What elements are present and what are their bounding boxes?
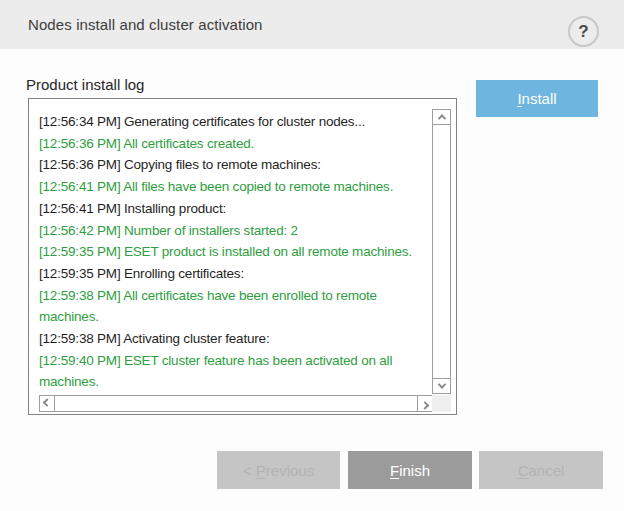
finish-button[interactable]: Finish <box>348 451 472 489</box>
chevron-up-icon <box>437 114 445 122</box>
chevron-down-icon <box>437 380 445 388</box>
log-line: machines. <box>39 306 432 328</box>
log-line: [12:59:35 PM] Enrolling certificates: <box>39 263 432 285</box>
install-button[interactable]: Install <box>476 80 598 117</box>
scrollbar-corner <box>432 395 451 412</box>
product-install-log-label: Product install log <box>26 76 144 93</box>
product-install-log-box[interactable]: [12:56:34 PM] Generating certificates fo… <box>28 98 457 415</box>
log-line: [12:59:40 PM] ESET cluster feature has b… <box>39 350 432 372</box>
horizontal-scrollbar-track[interactable] <box>55 396 417 411</box>
chevron-right-icon <box>421 401 429 409</box>
dialog-header: Nodes install and cluster activation <box>0 0 624 49</box>
log-line: [12:56:36 PM] Copying files to remote ma… <box>39 154 432 176</box>
log-line: [12:56:41 PM] Installing product: <box>39 198 432 220</box>
help-button[interactable]: ? <box>568 16 599 47</box>
log-line: [12:56:42 PM] Number of installers start… <box>39 220 432 242</box>
log-line: [12:59:38 PM] All certificates have been… <box>39 285 432 307</box>
cancel-button: Cancel <box>479 451 603 489</box>
log-line: [12:56:36 PM] All certificates created. <box>39 133 432 155</box>
question-mark-icon: ? <box>578 22 588 42</box>
vertical-scrollbar[interactable] <box>432 109 451 394</box>
scroll-left-button[interactable] <box>40 396 55 411</box>
log-line: machines. <box>39 371 432 393</box>
scroll-down-button[interactable] <box>433 378 450 393</box>
log-line: [12:56:34 PM] Generating certificates fo… <box>39 111 432 133</box>
horizontal-scrollbar[interactable] <box>39 395 433 412</box>
log-lines: [12:56:34 PM] Generating certificates fo… <box>39 111 432 394</box>
vertical-scrollbar-track[interactable] <box>433 125 450 378</box>
page-title: Nodes install and cluster activation <box>28 16 263 33</box>
log-line: [12:59:38 PM] Activating cluster feature… <box>39 328 432 350</box>
log-line: [12:59:35 PM] ESET product is installed … <box>39 241 432 263</box>
scroll-right-button[interactable] <box>417 396 432 411</box>
log-line: [12:56:41 PM] All files have been copied… <box>39 176 432 198</box>
scroll-up-button[interactable] <box>433 110 450 125</box>
previous-button: < Previous <box>217 451 340 489</box>
chevron-left-icon <box>43 398 51 406</box>
